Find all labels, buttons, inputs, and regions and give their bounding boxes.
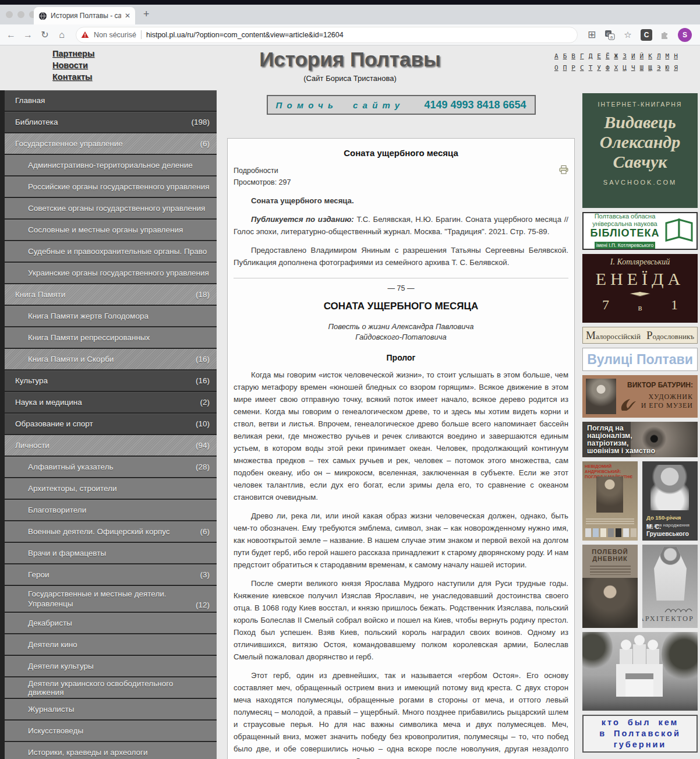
banner-andriievskyi[interactable]: НЕВІДОМИЙ АНДРІЄВСЬКИЙ: ПОГЛЯД У МАЙБУТН… bbox=[582, 461, 638, 541]
sidebar-item[interactable]: Украинские органы государственного управ… bbox=[5, 263, 217, 284]
svg-text:a: a bbox=[610, 34, 613, 39]
banner-rodoslovnik[interactable]: Малороссійскій Родословникъ bbox=[582, 327, 698, 344]
alphabet-letter[interactable]: Щ bbox=[648, 64, 652, 72]
print-button[interactable] bbox=[559, 165, 568, 176]
new-tab-button[interactable]: + bbox=[143, 8, 150, 20]
sidebar-item[interactable]: Главная bbox=[5, 90, 217, 112]
translate-icon[interactable]: Ga bbox=[604, 30, 615, 40]
sidebar-item[interactable]: Искусствоведы bbox=[5, 721, 217, 742]
alphabet-letter[interactable]: П bbox=[563, 64, 567, 72]
sidebar-item-label: Военные деятели. Офицерский корпус bbox=[28, 527, 196, 536]
window-minimize-icon[interactable] bbox=[17, 11, 24, 18]
alphabet-letter[interactable]: Р bbox=[571, 64, 575, 72]
sidebar-item[interactable]: Деятели культуры bbox=[5, 656, 217, 677]
alphabet-letter[interactable]: Э bbox=[657, 64, 661, 72]
sidebar-item[interactable]: Журналисты bbox=[5, 699, 217, 721]
alphabet-letter[interactable]: Л bbox=[657, 52, 661, 60]
alphabet-letter[interactable]: Я bbox=[674, 64, 678, 72]
alphabet-letter[interactable]: У bbox=[597, 64, 601, 72]
alphabet-letter[interactable]: С bbox=[580, 64, 584, 72]
reload-icon[interactable]: ↻ bbox=[40, 29, 50, 40]
sidebar-item[interactable]: Алфавитный указатель(28) bbox=[5, 457, 217, 478]
alphabet-letter[interactable]: Ю bbox=[666, 64, 670, 72]
alphabet-letter[interactable]: Ч bbox=[631, 64, 635, 72]
sidebar-item[interactable]: Государственное управление(6) bbox=[5, 133, 217, 155]
extensions-puzzle-icon[interactable] bbox=[660, 30, 670, 40]
banner-vulytsi-poltavy[interactable]: Вулиці Полтави bbox=[582, 348, 698, 371]
banner-hrushevskyi[interactable]: До 150-річчя від дня народження М. С. Гр… bbox=[642, 461, 698, 541]
sidebar-item[interactable]: Врачи и фармацевты bbox=[5, 543, 217, 564]
sidebar-item[interactable]: Образование и спорт(10) bbox=[5, 414, 217, 435]
sidebar-item[interactable]: Книга Памяти жертв Голодомора bbox=[5, 306, 217, 327]
alphabet-letter[interactable]: Г bbox=[580, 52, 584, 60]
article-details-label[interactable]: Подробности bbox=[234, 165, 568, 176]
sidebar-item[interactable]: Личности(94) bbox=[5, 435, 217, 457]
alphabet-letter[interactable]: Т bbox=[589, 64, 593, 72]
bookmark-star-icon[interactable]: ☆ bbox=[623, 30, 633, 40]
forward-icon[interactable]: → bbox=[23, 30, 33, 40]
sidebar-item[interactable]: Благотворители bbox=[5, 500, 217, 521]
donate-banner[interactable]: Помочь сайту 4149 4993 8418 6654 bbox=[267, 95, 536, 115]
banner-library[interactable]: Полтавська обласна універсальна наукова … bbox=[582, 212, 698, 250]
active-tab[interactable]: История Полтавы - сайт Бор ✕ bbox=[34, 7, 135, 24]
sidebar-item[interactable]: Книга Памяти и Скорби(16) bbox=[5, 349, 217, 370]
banner-arkhitektor[interactable]: АРХІТЕКТОР bbox=[642, 545, 698, 628]
banner-pohliad[interactable]: Погляд на націоналізм, патріотизм, шовін… bbox=[582, 422, 698, 457]
banner-polevoy-dnevnik[interactable]: ПОЛЕВОЙ ДНЕВНИК bbox=[582, 545, 638, 628]
tab-close-icon[interactable]: ✕ bbox=[125, 12, 130, 20]
sidebar-item[interactable]: Военные деятели. Офицерский корпус(6) bbox=[5, 521, 217, 543]
sidebar-item[interactable]: Государственные и местные деятели. Управ… bbox=[5, 586, 217, 613]
sidebar-item[interactable]: Книга Памяти(18) bbox=[5, 284, 217, 306]
officer-photo bbox=[582, 578, 638, 628]
alphabet-letter[interactable]: Ж bbox=[614, 52, 618, 60]
banner-kto-byl-kem[interactable]: кто был кем в Полтавской губернии bbox=[582, 715, 698, 753]
alphabet-letter[interactable]: Ц bbox=[623, 64, 627, 72]
alphabet-letter[interactable]: О bbox=[554, 64, 558, 72]
alphabet-letter[interactable]: Н bbox=[674, 52, 678, 60]
banner-church-photo[interactable] bbox=[582, 632, 698, 711]
profile-avatar[interactable]: S bbox=[678, 28, 692, 42]
sidebar-item[interactable]: Советские органы государственного управл… bbox=[5, 198, 217, 220]
alphabet-letter[interactable]: М bbox=[666, 52, 670, 60]
alphabet-letter[interactable]: К bbox=[648, 52, 652, 60]
banner-baturin[interactable]: ВИКТОР БАТУРИН: ХУДОЖНИК И ЕГО МУЗЕИ bbox=[582, 375, 698, 418]
back-icon[interactable]: ← bbox=[6, 30, 16, 40]
alphabet-letter[interactable]: Е bbox=[597, 52, 601, 60]
alphabet-letter[interactable]: Ш bbox=[640, 64, 644, 72]
sidebar-item[interactable]: Книга Памяти репрессированных bbox=[5, 327, 217, 349]
window-close-icon[interactable] bbox=[6, 11, 13, 18]
alphabet-letter[interactable]: В bbox=[571, 52, 575, 60]
sidebar-item-count: (3) bbox=[200, 570, 210, 579]
sidebar-item[interactable]: Декабристы bbox=[5, 613, 217, 634]
alphabet-letter[interactable]: Х bbox=[614, 64, 618, 72]
sidebar-item[interactable]: Деятели кино bbox=[5, 634, 217, 656]
address-bar[interactable]: Non sécurisé histpol.pl.ua/ru/?option=co… bbox=[76, 27, 578, 43]
sidebar-item[interactable]: Историки, краеведы и археологи bbox=[5, 742, 217, 759]
tab-grid-icon[interactable]: ⊞ bbox=[586, 29, 597, 41]
sidebar-item-label: Декабристы bbox=[28, 619, 210, 627]
alphabet-letter[interactable]: И bbox=[631, 52, 635, 60]
alphabet-letter[interactable]: Ф bbox=[606, 64, 610, 72]
banner-savchuk-bookstore[interactable]: ІНТЕРНЕТ-КНИГАРНЯ Видавець Олександр Сав… bbox=[582, 93, 698, 208]
alphabet-letter[interactable]: Б bbox=[563, 52, 567, 60]
sidebar-item[interactable]: Наука и медицина(2) bbox=[5, 392, 217, 414]
sidebar-item[interactable]: Сословные и местные органы управления bbox=[5, 220, 217, 241]
alphabet-letter[interactable]: А bbox=[554, 52, 558, 60]
sidebar-item[interactable]: Библиотека(198) bbox=[5, 112, 217, 133]
sidebar-item[interactable]: Герои(3) bbox=[5, 564, 217, 586]
sidebar-item[interactable]: Российские органы государственного управ… bbox=[5, 176, 217, 198]
banner-eneida[interactable]: І. Котляревський ЕНЕЇДА 7 в 1 bbox=[582, 254, 698, 323]
alphabet-letter[interactable]: Д bbox=[589, 52, 593, 60]
alphabet-letter[interactable]: Ё bbox=[606, 52, 610, 60]
sidebar-item[interactable]: Деятели украинского освободительного дви… bbox=[5, 677, 217, 699]
alphabet-letter[interactable]: З bbox=[623, 52, 627, 60]
sidebar-item[interactable]: Архитекторы, строители bbox=[5, 478, 217, 500]
sidebar-item[interactable]: Культура(16) bbox=[5, 370, 217, 392]
sidebar-item[interactable]: Судебные и правоохранительные органы. Пр… bbox=[5, 241, 217, 263]
sidebar-item[interactable]: Административно-территориальное деление bbox=[5, 155, 217, 176]
home-icon[interactable]: ⌂ bbox=[56, 30, 67, 40]
alphabet-letter[interactable]: Й bbox=[640, 52, 644, 60]
window-controls[interactable] bbox=[6, 11, 36, 18]
extension-c-icon[interactable]: C bbox=[641, 29, 652, 41]
security-warning-icon[interactable] bbox=[81, 31, 89, 38]
